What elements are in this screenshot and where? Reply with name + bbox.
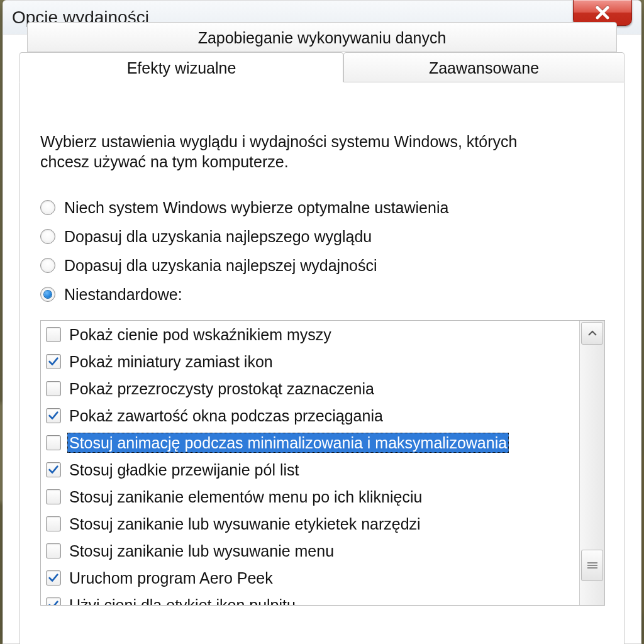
list-item[interactable]: Użyj cieni dla etykiet ikon pulpitu (41, 591, 579, 605)
radio-option-1[interactable]: Dopasuj dla uzyskania najlepszego wygląd… (40, 222, 605, 251)
list-item-label: Użyj cieni dla etykiet ikon pulpitu (67, 595, 297, 606)
tab-dep[interactable]: Zapobieganie wykonywaniu danych (27, 22, 617, 52)
list-item-label: Pokaż zawartość okna podczas przeciągani… (67, 406, 385, 426)
check-icon (48, 572, 59, 584)
scroll-thumb[interactable] (581, 550, 603, 581)
scrollbar[interactable] (579, 321, 604, 605)
list-item[interactable]: Stosuj zanikanie lub wysuwanie menu (41, 537, 579, 564)
radio-indicator[interactable] (40, 200, 55, 215)
radio-indicator[interactable] (40, 229, 55, 244)
intro-text: Wybierz ustawienia wyglądu i wydajności … (40, 131, 562, 172)
radio-label: Niestandardowe: (64, 284, 182, 304)
checkbox[interactable] (46, 543, 61, 558)
scroll-up-button[interactable] (581, 322, 603, 345)
radio-group: Niech system Windows wybierze optymalne … (40, 193, 605, 309)
checkbox[interactable] (46, 354, 61, 369)
checkbox[interactable] (46, 597, 61, 606)
check-icon (48, 464, 59, 475)
radio-label: Dopasuj dla uzyskania najlepszej wydajno… (64, 255, 377, 275)
list-item[interactable]: Pokaż miniatury zamiast ikon (41, 348, 579, 375)
list-item-label: Pokaż miniatury zamiast ikon (67, 352, 275, 372)
radio-option-0[interactable]: Niech system Windows wybierze optymalne … (40, 193, 605, 222)
list-item-label: Pokaż przezroczysty prostokąt zaznaczeni… (67, 379, 376, 399)
chevron-up-icon (588, 330, 597, 336)
radio-indicator[interactable] (40, 287, 55, 302)
tab-panel-visual: Wybierz ustawienia wyglądu i wydajności … (20, 113, 624, 606)
checkbox[interactable] (46, 327, 61, 342)
check-icon (48, 410, 59, 421)
radio-option-2[interactable]: Dopasuj dla uzyskania najlepszej wydajno… (40, 251, 605, 280)
list-item-label: Pokaż cienie pod wskaźnikiem myszy (67, 325, 333, 345)
list-item[interactable]: Stosuj zanikanie elementów menu po ich k… (41, 483, 579, 510)
close-icon (594, 4, 611, 21)
radio-option-3[interactable]: Niestandardowe: (40, 280, 605, 309)
check-icon (48, 356, 59, 367)
list-item[interactable]: Stosuj gładkie przewijanie pól list (41, 456, 579, 483)
tab-visual-effects[interactable]: Efekty wizualne (19, 52, 343, 82)
tab-advanced[interactable]: Zaawansowane (343, 52, 625, 82)
checkbox[interactable] (46, 570, 61, 586)
list-item-label: Stosuj zanikanie lub wysuwanie etykietek… (67, 514, 423, 534)
list-item[interactable]: Stosuj zanikanie lub wysuwanie etykietek… (41, 510, 579, 537)
list-item[interactable]: Stosuj animację podczas minimalizowania … (41, 429, 579, 456)
checkbox[interactable] (46, 435, 61, 450)
tab-control: Wybierz ustawienia wyglądu i wydajności … (19, 82, 625, 644)
list-item[interactable]: Pokaż przezroczysty prostokąt zaznaczeni… (41, 375, 579, 402)
radio-indicator[interactable] (40, 258, 55, 273)
list-item[interactable]: Pokaż cienie pod wskaźnikiem myszy (41, 321, 579, 348)
list-item-label: Stosuj zanikanie elementów menu po ich k… (67, 487, 424, 507)
list-item[interactable]: Uruchom program Aero Peek (41, 564, 579, 591)
list-item-label: Stosuj gładkie przewijanie pól list (67, 460, 301, 480)
list-item-label: Stosuj animację podczas minimalizowania … (67, 433, 509, 453)
checkbox[interactable] (46, 489, 61, 504)
radio-label: Dopasuj dla uzyskania najlepszego wygląd… (64, 226, 372, 247)
effects-listbox[interactable]: Pokaż cienie pod wskaźnikiem myszyPokaż … (40, 320, 605, 606)
client-area: Zapobieganie wykonywaniu danych Efekty w… (3, 35, 641, 643)
checkbox[interactable] (46, 516, 61, 531)
performance-options-window: Opcje wydajności Zapobieganie wykonywani… (3, 0, 641, 644)
list-item[interactable]: Pokaż zawartość okna podczas przeciągani… (41, 402, 579, 429)
tab-strip: Zapobieganie wykonywaniu danych Efekty w… (19, 22, 625, 82)
checkbox[interactable] (46, 462, 61, 477)
checkbox[interactable] (46, 408, 61, 423)
list-item-label: Stosuj zanikanie lub wysuwanie menu (67, 541, 336, 561)
check-icon (48, 599, 59, 606)
list-item-label: Uruchom program Aero Peek (67, 568, 275, 588)
radio-label: Niech system Windows wybierze optymalne … (64, 197, 448, 218)
checkbox[interactable] (46, 381, 61, 396)
